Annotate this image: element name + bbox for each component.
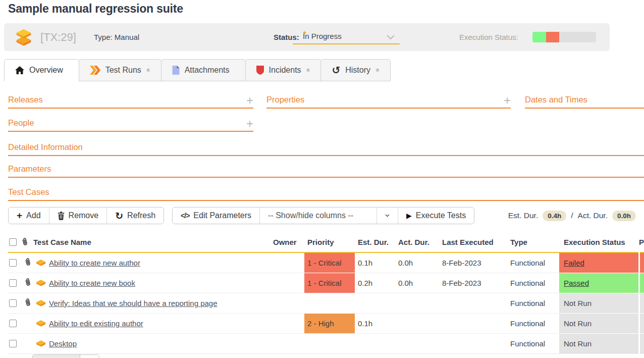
test-case-table: Test Case Name Owner Priority Est. Dur. … [0,232,644,354]
type-cell: Functional [507,252,559,273]
tab-history[interactable]: ↺ History * [320,59,390,81]
row-checkbox[interactable] [9,279,17,287]
add-property-button[interactable]: + [504,96,511,105]
column-header-type: Type [507,232,559,252]
refresh-icon: ↻ [115,210,123,222]
execution-status-cell: Passed [559,273,639,293]
type-cell: Functional [507,273,559,293]
section-properties: Properties + [266,95,511,109]
row-checkbox[interactable] [9,299,17,307]
test-case-folder-page: Sample manual regression suite [TX:29] T… [0,0,644,358]
artifact-type-label: Type: Manual [94,33,139,41]
section-test-cases: Test Cases [8,187,644,201]
tab-label: Test Runs [105,66,141,75]
est-dur-badge: 0.4h [543,211,566,221]
add-release-button[interactable]: + [246,96,253,105]
test-case-link[interactable]: Verify: Ideas that we should have a repo… [49,299,218,308]
section-title: Properties [266,95,304,105]
paperclip-icon [23,257,33,269]
test-case-icon [36,340,45,347]
tab-bar: Overview Test Runs * Attachments Inciden… [4,59,391,81]
status-dropdown[interactable]: In Progress [293,29,400,44]
test-case-link[interactable]: Ability to create new book [49,279,135,287]
refresh-button[interactable]: ↻ Refresh [106,208,164,224]
add-button-label: Add [26,211,40,220]
execution-status-cell: Not Run [559,333,639,353]
remove-button[interactable]: Remove [49,208,107,224]
tab-badge: * [375,66,380,78]
last-executed-cell: 8-Feb-2023 [439,252,507,273]
artifact-id: [TX:29] [40,31,76,44]
row-checkbox[interactable] [9,259,17,267]
act-dur-cell [395,293,439,313]
test-case-link[interactable]: Desktop [49,339,77,348]
tab-test-runs[interactable]: Test Runs * [79,59,162,81]
owner-cell [270,252,304,273]
owner-cell [270,313,304,333]
section-parameters: Parameters [8,164,644,178]
tab-label: Attachments [185,66,230,75]
section-people: People + [8,118,253,132]
table-row: Verify: Ideas that we should have a repo… [8,293,644,313]
refresh-button-label: Refresh [127,211,155,220]
show-hide-columns-chevron-button[interactable] [377,208,398,224]
priority-cell [304,333,355,353]
show-hide-columns-dropdown[interactable]: -- Show/hide columns -- [259,208,377,224]
last-executed-cell: 8-Feb-2023 [439,273,507,293]
tab-badge: * [306,66,310,78]
page-title: Sample manual regression suite [8,2,183,16]
row-checkbox[interactable] [9,320,17,327]
execution-status-text: Not Run [564,319,592,328]
row-checkbox[interactable] [9,340,17,347]
column-header-name: Test Case Name [33,232,270,252]
partial-cell [639,252,644,273]
home-icon [15,66,24,74]
table-row: Ability to create new author 1 - Critica… [8,252,644,273]
table-row: Ability to create new book 1 - Critical … [8,273,644,293]
tab-incidents[interactable]: Incidents * [245,59,321,81]
execution-bar-failed-segment [546,32,559,42]
test-case-icon [36,280,45,286]
type-cell: Functional [507,313,559,333]
document-icon [172,66,180,75]
owner-cell [270,293,304,313]
edit-parameters-button[interactable]: </> Edit Parameters [173,208,259,224]
add-button[interactable]: + Add [9,208,49,224]
est-dur-cell [355,293,395,313]
est-dur-label: Est. Dur. [508,211,538,220]
grid-edit-button-group: + Add Remove ↻ Refresh [8,207,164,224]
section-title: Detailed Information [8,142,83,152]
duration-summary: Est. Dur. 0.4h / Act. Dur. 0.0h [508,211,636,221]
test-case-link[interactable]: Ability to create new author [49,259,140,267]
plus-icon: + [17,210,22,221]
test-case-icon [36,320,45,327]
last-executed-cell [439,333,507,353]
add-person-button[interactable]: + [246,120,253,128]
shield-icon [256,66,264,75]
section-title: Dates and Times [525,95,587,105]
select-all-checkbox[interactable] [9,238,17,246]
chevron-down-icon [385,213,390,218]
pagination-control[interactable] [32,354,99,358]
test-case-link[interactable]: Ability to edit existing author [49,319,143,328]
page-size-select[interactable] [33,355,80,358]
partial-cell [639,273,644,293]
execution-status-text: Not Run [564,339,592,348]
remove-button-label: Remove [69,211,99,220]
paperclip-icon [20,236,30,248]
partial-cell [639,313,644,333]
act-dur-badge: 0.0h [612,211,636,221]
pager-button[interactable] [80,355,99,358]
est-dur-cell: 0.1h [355,252,395,273]
tab-attachments[interactable]: Attachments [161,59,246,81]
act-dur-cell: 0.0h [395,273,439,293]
execution-status-link[interactable]: Passed [564,279,589,287]
tab-overview[interactable]: Overview [4,59,79,81]
execution-status-link[interactable]: Failed [564,259,584,267]
column-header-execution-status: Execution Status [559,232,639,252]
tab-label: History [345,66,370,75]
paperclip-icon [23,297,33,309]
test-case-icon [36,260,45,266]
type-cell: Functional [507,333,559,353]
execute-tests-button[interactable]: ▶ Execute Tests [398,208,474,224]
